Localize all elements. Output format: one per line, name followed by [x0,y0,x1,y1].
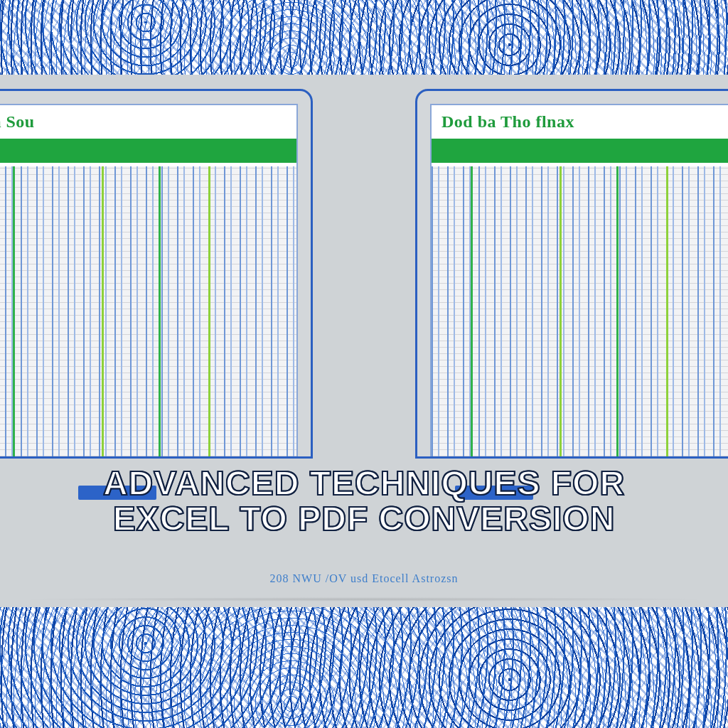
panel-left: en Sou [0,89,313,459]
panel-left-sheet-grid [0,166,296,456]
pattern-border-bottom [0,607,728,728]
footer-caption: 208 NWU /OV usd Etocell Astrozsn [0,572,728,585]
panel-left-title: en Sou [0,105,296,136]
headline: Advanced Techniques for Excel to PDF Con… [0,466,728,537]
panel-right-inner: Dod ba Tho flnax [430,104,728,456]
panel-right-sheet-grid [432,166,728,456]
left-action-button[interactable] [78,486,156,500]
panel-left-header-bar [0,139,296,163]
pattern-border-top [0,0,728,75]
headline-line-2: Excel to PDF Conversion [0,501,728,537]
content-stage: en Sou Dod ba Tho flnax Advanced Techniq… [0,75,728,607]
button-row [0,486,728,500]
panel-right: Dod ba Tho flnax [415,89,728,459]
right-action-button[interactable] [455,486,533,500]
panel-right-title: Dod ba Tho flnax [432,105,728,136]
panel-left-inner: en Sou [0,104,298,456]
panel-right-header-bar [432,139,728,163]
